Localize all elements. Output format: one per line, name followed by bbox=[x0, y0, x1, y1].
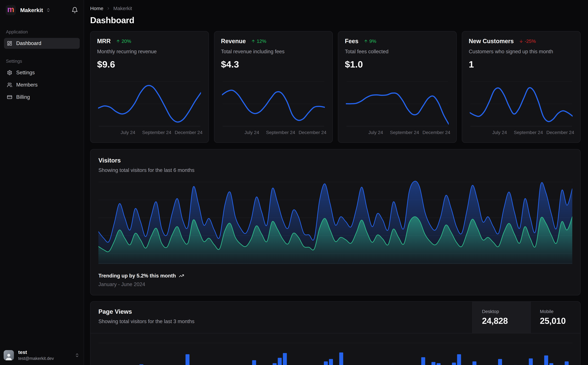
stat-card-new-customers: New Customers -25% Customers who signed … bbox=[462, 31, 581, 143]
users-icon bbox=[7, 82, 12, 88]
arrow-up-icon bbox=[251, 39, 255, 43]
toggle-desktop-label: Desktop bbox=[482, 309, 530, 314]
page-views-title: Page Views bbox=[98, 308, 464, 315]
arrow-up-icon bbox=[116, 39, 120, 43]
chevrons-up-down-icon[interactable] bbox=[46, 8, 51, 12]
stat-value: $1.0 bbox=[345, 59, 450, 70]
main-content: Home Makerkit Dashboard MRR 20% Monthly … bbox=[84, 0, 588, 365]
trend-badge: 20% bbox=[116, 39, 131, 44]
arrow-down-icon bbox=[519, 39, 523, 43]
person-silhouette-icon bbox=[4, 352, 13, 360]
sidebar-item-label: Members bbox=[16, 82, 38, 88]
sidebar-item-settings[interactable]: Settings bbox=[4, 67, 80, 78]
stat-subtitle: Customers who signed up this month bbox=[469, 49, 574, 55]
breadcrumb-current: Makerkit bbox=[113, 6, 132, 11]
workspace-header: m Makerkit bbox=[4, 5, 80, 15]
visitors-trend-note: Trending up by 5.2% this month bbox=[98, 273, 572, 279]
page-views-subtitle: Showing total visitors for the last 3 mo… bbox=[98, 318, 464, 324]
x-axis-labels: July 24 September 24 December 24 bbox=[346, 129, 449, 136]
credit-card-icon bbox=[7, 94, 12, 100]
trend-badge: -25% bbox=[519, 39, 536, 44]
visitors-title: Visitors bbox=[98, 157, 572, 164]
avatar bbox=[4, 350, 14, 360]
stat-value: $4.3 bbox=[221, 59, 326, 70]
sidebar: m Makerkit Application Dashboard Setting… bbox=[0, 0, 84, 365]
stat-card-revenue: Revenue 12% Total revenue including fees… bbox=[214, 31, 333, 143]
notifications-bell-icon[interactable] bbox=[71, 7, 78, 14]
mrr-line-chart bbox=[98, 81, 201, 127]
sidebar-item-dashboard[interactable]: Dashboard bbox=[4, 38, 80, 49]
stat-card-fees: Fees 9% Total fees collected $1.0 July 2… bbox=[338, 31, 457, 143]
dashboard-icon bbox=[7, 41, 12, 46]
sidebar-item-members[interactable]: Members bbox=[4, 79, 80, 90]
chevron-right-icon bbox=[106, 7, 110, 10]
stat-title: MRR bbox=[97, 38, 111, 45]
nav-group-label-application: Application bbox=[6, 29, 78, 35]
user-email: test@makerkit.dev bbox=[18, 356, 54, 361]
dashboard-page: { "colors":{ "accent_blue":"#2563eb", "s… bbox=[0, 0, 588, 365]
stat-title: Fees bbox=[345, 38, 359, 45]
visitors-date-range: January - June 2024 bbox=[98, 281, 572, 288]
breadcrumb: Home Makerkit bbox=[90, 6, 581, 11]
workspace-selector[interactable]: Makerkit bbox=[20, 7, 43, 14]
sidebar-item-label: Billing bbox=[16, 94, 30, 100]
stat-title: Revenue bbox=[221, 38, 246, 45]
stat-subtitle: Total revenue including fees bbox=[221, 49, 326, 55]
sidebar-nav: Application Dashboard Settings Settings … bbox=[4, 29, 80, 103]
arrow-up-icon bbox=[364, 39, 368, 43]
page-title: Dashboard bbox=[90, 15, 581, 25]
new-customers-line-chart bbox=[470, 81, 573, 127]
visitors-subtitle: Showing total visitors for the last 6 mo… bbox=[98, 167, 572, 173]
chevrons-up-down-icon[interactable] bbox=[75, 353, 79, 358]
stat-value: $9.6 bbox=[97, 59, 202, 70]
revenue-line-chart bbox=[222, 81, 325, 127]
sidebar-item-billing[interactable]: Billing bbox=[4, 92, 80, 103]
gear-icon bbox=[7, 70, 12, 75]
toggle-mobile[interactable]: Mobile 25,010 bbox=[530, 302, 580, 333]
toggle-mobile-value: 25,010 bbox=[540, 316, 580, 326]
stat-subtitle: Total fees collected bbox=[345, 49, 450, 55]
stat-value: 1 bbox=[469, 59, 574, 70]
page-views-header: Page Views Showing total visitors for th… bbox=[90, 302, 580, 333]
makerkit-logo-letter: m bbox=[7, 6, 14, 14]
page-views-bar-chart bbox=[98, 336, 572, 365]
stat-subtitle: Monthly recurring revenue bbox=[97, 49, 202, 55]
user-menu[interactable]: test test@makerkit.dev bbox=[4, 350, 79, 361]
stat-card-mrr: MRR 20% Monthly recurring revenue $9.6 J… bbox=[90, 31, 209, 143]
x-axis-labels: July 24 September 24 December 24 bbox=[222, 129, 325, 136]
x-axis-labels: July 24 September 24 December 24 bbox=[98, 129, 201, 136]
fees-line-chart bbox=[346, 81, 449, 127]
user-info: test test@makerkit.dev bbox=[18, 350, 54, 361]
nav-group-label-settings: Settings bbox=[6, 59, 78, 64]
trend-badge: 12% bbox=[251, 39, 266, 44]
makerkit-logo[interactable]: m bbox=[6, 5, 16, 15]
stat-cards-row: MRR 20% Monthly recurring revenue $9.6 J… bbox=[90, 31, 581, 143]
sidebar-item-label: Dashboard bbox=[16, 40, 41, 46]
stat-title: New Customers bbox=[469, 38, 514, 45]
toggle-mobile-label: Mobile bbox=[540, 309, 580, 314]
sidebar-item-label: Settings bbox=[16, 70, 35, 76]
visitors-area-chart bbox=[98, 180, 572, 264]
x-axis-labels: July 24 September 24 December 24 bbox=[470, 129, 573, 136]
user-name: test bbox=[18, 350, 54, 355]
trending-up-icon bbox=[179, 273, 184, 279]
toggle-desktop[interactable]: Desktop 24,828 bbox=[472, 302, 530, 333]
visitors-card: Visitors Showing total visitors for the … bbox=[90, 149, 581, 295]
breadcrumb-home-link[interactable]: Home bbox=[90, 6, 103, 11]
page-views-card: Page Views Showing total visitors for th… bbox=[90, 301, 581, 365]
trend-badge: 9% bbox=[364, 39, 376, 44]
toggle-desktop-value: 24,828 bbox=[482, 316, 530, 326]
